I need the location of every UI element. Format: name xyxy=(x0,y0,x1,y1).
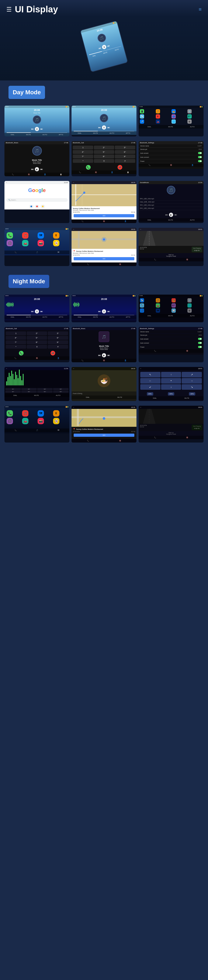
bt-music-nav-1[interactable]: 📞 xyxy=(12,173,14,175)
night-apps-nav-2[interactable]: MUTE xyxy=(168,315,173,317)
night-app-11[interactable]: ⚙ xyxy=(188,309,192,313)
key-6[interactable]: 6⁺ xyxy=(115,150,135,154)
gps2-nav-2[interactable]: 🔇 xyxy=(119,263,121,265)
bt-music-nav-3[interactable]: 👤 xyxy=(44,173,46,175)
ios-nav-2[interactable]: 🎵 xyxy=(36,251,38,253)
night-gps-go[interactable]: GO xyxy=(74,434,134,437)
bt-music-nav-2[interactable]: 🔇 xyxy=(28,173,30,175)
bt-call-nav-1[interactable]: 📞 xyxy=(79,171,81,173)
google-btn-2[interactable]: 🔴 xyxy=(35,205,39,208)
nf-nav-2[interactable]: MUTE xyxy=(117,396,122,398)
nca-nav-2[interactable]: MUTE xyxy=(184,397,189,399)
map-back[interactable]: ← xyxy=(73,181,74,183)
sm2-play[interactable]: ⏸ xyxy=(102,126,106,130)
app-icon-9[interactable]: 🚗 xyxy=(156,119,160,124)
night-ios-app-1[interactable]: 📞 xyxy=(6,410,13,417)
sm2-prev[interactable]: ⏮ xyxy=(98,126,101,129)
app-icon-11[interactable]: ⚙ xyxy=(188,119,192,124)
app-icon-8[interactable]: ✈️ xyxy=(140,119,144,124)
hero-prev-btn[interactable]: ⏮ xyxy=(98,46,101,50)
arrow-downright[interactable]: ↘ xyxy=(182,384,202,390)
sm1-nav-mute[interactable]: MUTE xyxy=(26,134,31,135)
sm1-prev[interactable]: ⏮ xyxy=(31,127,33,130)
nio-nav-1[interactable]: 📞 xyxy=(15,430,17,431)
arrow-downleft[interactable]: ↙ xyxy=(140,384,161,390)
social-play[interactable]: ▶ xyxy=(169,213,173,217)
night-app-6[interactable]: 🚗 xyxy=(156,303,160,307)
nwk-8[interactable]: KEY xyxy=(53,391,69,393)
nk-6[interactable]: 6⁺ xyxy=(48,336,68,340)
nbs-nav-2[interactable]: 🔇 xyxy=(186,350,188,352)
nm1-nav-mute[interactable]: MUTE xyxy=(26,316,31,318)
nk-3[interactable]: 3⁺ xyxy=(48,331,68,335)
night-ios-app-7[interactable]: 📸 xyxy=(38,418,44,424)
nm2-nav-2[interactable]: MUTE xyxy=(93,316,98,318)
social-track-2[interactable]: ridae_往事_192k.mp3 xyxy=(140,200,202,204)
ncn-nav-1[interactable]: 📞 xyxy=(154,437,156,439)
night-car-nav-back[interactable]: ← xyxy=(140,406,142,408)
ios-app-phone[interactable]: 📞 xyxy=(6,232,13,239)
bt-settings-nav-2[interactable]: 🔇 xyxy=(170,164,172,166)
nbm-nav-3[interactable]: 👤 xyxy=(124,360,126,361)
key-8[interactable]: 8⁺ xyxy=(94,154,114,158)
setting-auto-answer-toggle[interactable] xyxy=(198,152,202,154)
apps-nav-1[interactable]: DIAL xyxy=(148,126,151,128)
social-track-4[interactable]: 华年_往事_192k.mp3 xyxy=(140,207,202,210)
nk-8[interactable]: 8⁺ xyxy=(27,340,47,344)
bt-settings-nav-1[interactable]: 📞 xyxy=(148,164,151,166)
key-4[interactable]: 4⁺ xyxy=(73,150,93,154)
key-hash[interactable]: # xyxy=(115,159,135,163)
nwk-3[interactable]: KEY xyxy=(37,388,53,390)
bt-call-nav-3[interactable]: 👤 xyxy=(111,171,113,173)
night-setting-aa-toggle[interactable] xyxy=(198,338,202,340)
night-ios-app-3[interactable]: 🗺 xyxy=(38,410,44,417)
nw-nav-1[interactable]: DIAL xyxy=(13,395,17,396)
key-7[interactable]: 7⁺ xyxy=(73,154,93,158)
nbm-next[interactable]: ⏭ xyxy=(107,354,110,357)
car-nav-nav-2[interactable]: 🔇 xyxy=(186,259,188,261)
nk-9[interactable]: 9⁺ xyxy=(48,340,68,344)
night-prev-btn[interactable]: ⏮ xyxy=(194,428,196,430)
app-icon-2[interactable]: 🎵 xyxy=(156,109,160,113)
social-next[interactable]: ⏭ xyxy=(175,213,177,216)
nwk-6[interactable]: KEY xyxy=(21,391,37,393)
sm1-nav-dial[interactable]: DIAL xyxy=(11,134,14,135)
ios-app-music[interactable]: 🎵 xyxy=(22,232,28,239)
night-app-5[interactable]: ✈️ xyxy=(140,303,144,307)
night-app-3[interactable]: 📻 xyxy=(172,298,176,302)
arrow-upleft[interactable]: ↖ xyxy=(140,372,161,377)
app-icon-3[interactable]: 📻 xyxy=(172,109,176,113)
google-btn-3[interactable]: 🟡 xyxy=(41,205,45,208)
key-9[interactable]: 9⁺ xyxy=(115,154,135,158)
night-app-7[interactable]: 🌐 xyxy=(188,303,192,307)
nwk-5[interactable]: KEY xyxy=(5,391,21,393)
sm1-nav-apts[interactable]: APTS xyxy=(59,134,63,135)
sm1-next[interactable]: ⏭ xyxy=(40,127,43,130)
arrow-center[interactable]: • xyxy=(161,378,181,383)
nm1-prev[interactable]: ⏮ xyxy=(31,310,33,313)
map-nav-2[interactable]: 🔇 xyxy=(103,220,105,222)
sm1-play[interactable]: ⏸ xyxy=(35,127,39,131)
night-apps-nav-1[interactable]: DIAL xyxy=(148,315,151,317)
nbm-nav-1[interactable]: 📞 xyxy=(82,360,84,361)
bt-music-play[interactable]: ▶ xyxy=(35,167,39,171)
arrow-upright[interactable]: ↗ xyxy=(182,372,202,377)
key-0[interactable]: 0 xyxy=(94,159,114,163)
nav-icon-contacts[interactable]: AUTO xyxy=(115,49,119,51)
nbm-nav-2[interactable]: 🔇 xyxy=(103,360,105,361)
nca-nav-1[interactable]: DIAL xyxy=(153,397,157,399)
nm2-nav-1[interactable]: DIAL xyxy=(78,316,82,318)
gps-nav-back[interactable]: ← xyxy=(73,228,74,230)
night-apps-nav-3[interactable]: AUTO xyxy=(190,315,195,317)
key-3[interactable]: 3⁺ xyxy=(115,146,135,150)
social-track-3[interactable]: 华年_往事_192k.mp3 xyxy=(140,204,202,207)
nk-hash[interactable]: # xyxy=(48,345,68,348)
ng-nav-1[interactable]: 📞 xyxy=(87,440,89,442)
nm1-nav-dial[interactable]: DIAL xyxy=(11,316,14,318)
night-app-9[interactable]: 🗺 xyxy=(156,309,160,313)
ios-app-podcast[interactable]: 🎙 xyxy=(53,232,60,239)
nwk-7[interactable]: KEY xyxy=(37,391,53,393)
social-prev[interactable]: ⏮ xyxy=(165,213,168,216)
google-btn-1[interactable]: 🔵 xyxy=(29,205,33,208)
gps2-go[interactable]: GO xyxy=(74,257,134,260)
